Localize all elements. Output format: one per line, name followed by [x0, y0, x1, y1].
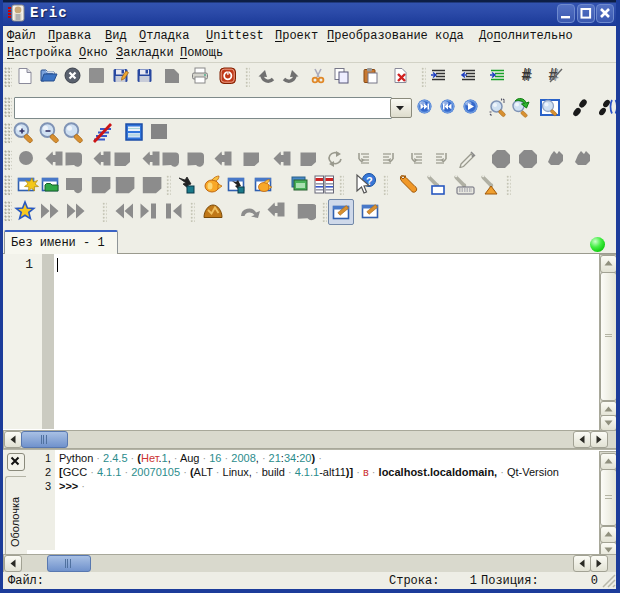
svg-text:#: # [522, 66, 531, 83]
